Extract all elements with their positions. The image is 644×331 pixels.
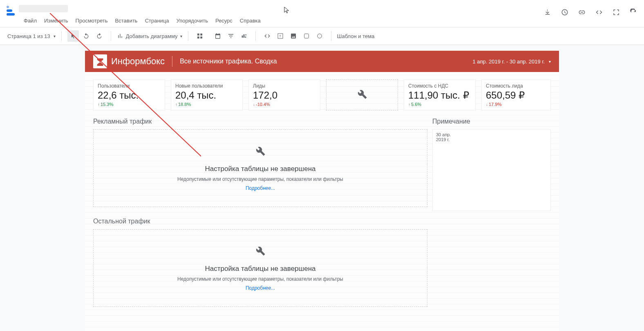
- svg-rect-7: [304, 34, 309, 38]
- data-control-icon[interactable]: [238, 30, 250, 42]
- report-page[interactable]: Информбокс Все источники трафика. Сводка…: [85, 51, 559, 331]
- brand-name: Информбокс: [111, 56, 165, 67]
- history-icon[interactable]: [561, 8, 569, 16]
- metric-change: 5.6%: [408, 102, 471, 107]
- metric-users[interactable]: Пользователи 22,6 тыс. 15.3%: [93, 79, 165, 110]
- metric-label: Пользователи: [98, 83, 161, 89]
- image-icon[interactable]: [288, 30, 299, 42]
- download-icon[interactable]: [543, 8, 552, 16]
- menu-edit[interactable]: Изменить: [44, 18, 68, 24]
- url-embed-icon[interactable]: [262, 30, 273, 42]
- cursor-icon: [284, 7, 290, 16]
- circle-icon[interactable]: [314, 30, 325, 42]
- rectangle-icon[interactable]: [301, 30, 312, 42]
- section-ad-traffic: Рекламный трафик: [93, 115, 427, 129]
- link-icon[interactable]: [578, 8, 586, 16]
- metric-cost-per-lead[interactable]: Стоимость лида 650,59 17.9%: [481, 79, 551, 110]
- metric-label: Лиды: [253, 83, 316, 89]
- redo-button[interactable]: [94, 30, 105, 42]
- menu-arrange[interactable]: Упорядочить: [177, 18, 208, 24]
- metric-value: 172,0: [253, 90, 316, 101]
- filter-icon[interactable]: [225, 30, 237, 42]
- metric-change: -10.4%: [253, 102, 316, 107]
- add-chart-button[interactable]: Добавить диаграмму ▾: [117, 33, 182, 39]
- table-placeholder-2[interactable]: Настройка таблицы не завершена Недопусти…: [93, 229, 427, 307]
- placeholder-desc: Недопустимые или отсутствующие параметры…: [177, 276, 343, 282]
- svg-rect-3: [200, 36, 202, 38]
- table-placeholder-1[interactable]: Настройка таблицы не завершена Недопусти…: [93, 129, 427, 207]
- date-range-icon[interactable]: [212, 30, 224, 42]
- section-other-traffic: Остальной трафик: [93, 214, 427, 229]
- date-range-picker[interactable]: 1 апр. 2019 г. - 30 апр. 2019 г.: [472, 59, 551, 65]
- toolbar: Страница 1 из 13 Добавить диаграмму ▾ T …: [0, 27, 644, 45]
- menu-bar: Файл Изменить Просмотреть Вставить Стран…: [24, 18, 261, 24]
- svg-point-4: [245, 34, 246, 36]
- metric-value: 111,90 тыс.: [408, 90, 471, 101]
- community-viz-icon[interactable]: [194, 30, 206, 42]
- svg-point-8: [317, 34, 322, 38]
- report-header: Информбокс Все источники трафика. Сводка…: [85, 51, 559, 72]
- placeholder-title: Настройка таблицы не завершена: [205, 165, 315, 173]
- report-title-input[interactable]: [19, 5, 68, 12]
- metric-label: Стоимость с НДС: [408, 83, 471, 89]
- date-range-text: 1 апр. 2019 г. - 30 апр. 2019 г.: [472, 59, 545, 65]
- metric-cost-vat[interactable]: Стоимость с НДС 111,90 тыс. 5.6%: [404, 79, 476, 110]
- menu-resource[interactable]: Ресурс: [215, 18, 233, 24]
- undo-button[interactable]: [80, 30, 92, 42]
- menu-help[interactable]: Справка: [240, 18, 261, 24]
- metric-label: Стоимость лида: [486, 83, 546, 89]
- metric-value: 20,4 тыс.: [175, 90, 238, 101]
- placeholder-desc: Недопустимые или отсутствующие параметры…: [177, 176, 343, 182]
- theme-button[interactable]: Шаблон и тема: [337, 33, 375, 39]
- metric-leads[interactable]: Лиды 172,0 -10.4%: [248, 79, 320, 110]
- svg-rect-2: [197, 36, 199, 38]
- menu-file[interactable]: Файл: [24, 18, 37, 24]
- placeholder-link[interactable]: Подробнее...: [246, 185, 275, 191]
- metric-label: Новые пользователи: [175, 83, 238, 89]
- metric-change: 17.9%: [486, 102, 546, 107]
- metric-placeholder[interactable]: [326, 79, 398, 110]
- note-line: 30 апр.: [436, 132, 547, 137]
- top-icons: [543, 8, 637, 16]
- notes-box[interactable]: 30 апр. 2019 г.: [432, 129, 551, 211]
- metric-new-users[interactable]: Новые пользователи 20,4 тыс. 18.8%: [171, 79, 243, 110]
- code-icon[interactable]: [595, 8, 603, 16]
- app-logo: [7, 6, 15, 16]
- wrench-icon: [356, 88, 368, 101]
- placeholder-title: Настройка таблицы не завершена: [205, 265, 315, 273]
- menu-insert[interactable]: Вставить: [115, 18, 138, 24]
- canvas[interactable]: Информбокс Все источники трафика. Сводка…: [0, 45, 644, 331]
- svg-rect-0: [197, 34, 199, 36]
- brand-logo: [93, 54, 107, 68]
- svg-rect-1: [200, 34, 202, 36]
- wrench-icon: [255, 145, 266, 158]
- note-line: 2019 г.: [436, 137, 547, 142]
- menu-view[interactable]: Просмотреть: [76, 18, 108, 24]
- section-notes: Примечание: [432, 115, 551, 129]
- fullscreen-icon[interactable]: [612, 8, 620, 16]
- metric-change: 18.8%: [175, 102, 238, 107]
- metric-value: 650,59: [486, 90, 546, 101]
- report-title: Все источники трафика. Сводка: [180, 58, 472, 65]
- metric-value: 22,6 тыс.: [98, 90, 161, 101]
- svg-text:T: T: [279, 34, 281, 38]
- placeholder-link[interactable]: Подробнее...: [246, 285, 275, 291]
- wrench-icon: [255, 245, 266, 258]
- text-icon[interactable]: T: [275, 30, 286, 42]
- refresh-icon[interactable]: [629, 8, 637, 16]
- page-selector[interactable]: Страница 1 из 13: [7, 33, 56, 39]
- metric-change: 15.3%: [98, 102, 161, 107]
- add-chart-label: Добавить диаграмму: [126, 33, 178, 39]
- metrics-row: Пользователи 22,6 тыс. 15.3% Новые польз…: [85, 72, 559, 115]
- menu-page[interactable]: Страница: [145, 18, 169, 24]
- top-bar: Файл Изменить Просмотреть Вставить Стран…: [0, 0, 644, 27]
- select-tool[interactable]: [67, 30, 79, 42]
